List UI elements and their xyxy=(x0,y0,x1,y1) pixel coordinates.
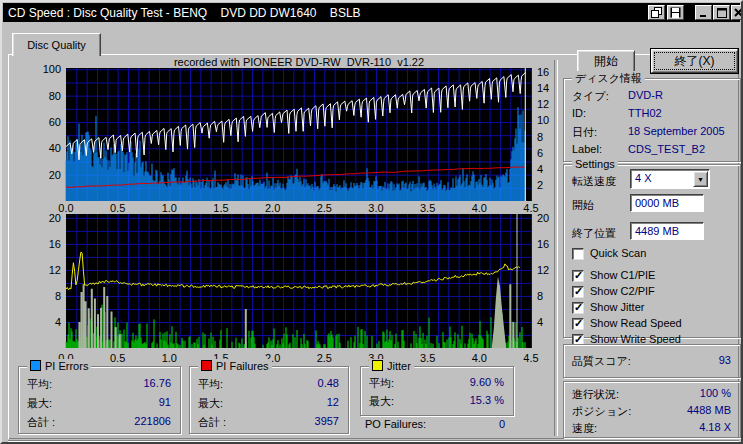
tab-disc-quality[interactable]: Disc Quality xyxy=(12,33,101,56)
pi-failures-avg-label: 平均: xyxy=(198,377,223,392)
progress-label: 進行状況: xyxy=(572,387,619,402)
disc-date-value: 18 September 2005 xyxy=(628,125,725,137)
y-tick-label-right: 12 xyxy=(537,98,549,110)
po-failures-label: PO Failures: xyxy=(365,418,426,430)
x-tick-label: 3.5 xyxy=(420,352,435,364)
disc-type-label: タイプ: xyxy=(572,89,609,104)
y-tick-label-right: 4 xyxy=(537,163,543,175)
y-tick-label-left: 4 xyxy=(55,316,61,328)
pi-errors-total-label: 合計 : xyxy=(27,415,55,430)
y-tick-label-left: 16 xyxy=(49,238,61,250)
y-tick-label-left: 60 xyxy=(49,116,61,128)
pi-errors-total-value: 221806 xyxy=(134,415,171,427)
tab-label: Disc Quality xyxy=(27,39,86,51)
end-pos-field[interactable]: 4489 MB xyxy=(630,222,704,240)
copy-icon[interactable] xyxy=(648,5,665,20)
progress-group: 進行状況: 100 % ポジション: 4488 MB 速度: 4.18 X xyxy=(563,381,741,438)
y-tick-label-left: 20 xyxy=(49,169,61,181)
exit-button[interactable]: 終了(X) xyxy=(650,48,739,74)
quality-score-group: 品質スコア: 93 xyxy=(563,344,741,378)
po-failures-row: PO Failures: 0 xyxy=(365,418,505,430)
pi-failures-legend: PI Failures xyxy=(198,359,272,373)
y-tick-label-right: 2 xyxy=(537,179,543,191)
y-tick-label-right: 12 xyxy=(537,264,549,276)
start-pos-label: 開始 xyxy=(572,198,594,213)
close-icon[interactable] xyxy=(731,5,743,20)
speed-label: 速度: xyxy=(572,421,597,436)
jitter-avg-label: 平均: xyxy=(369,376,394,391)
quality-score-label: 品質スコア: xyxy=(572,354,631,369)
y-tick-label-right: 4 xyxy=(537,316,543,328)
chevron-down-icon[interactable]: ▼ xyxy=(693,171,708,187)
disc-label-value: CDS_TEST_B2 xyxy=(628,143,705,155)
checkbox-show-c1-pie[interactable]: ✓ Show C1/PIE xyxy=(572,269,732,283)
y-tick-label-left: 20 xyxy=(49,212,61,224)
checkbox-show-jitter[interactable]: ✓ Show Jitter xyxy=(572,301,732,315)
y-tick-label-right: 8 xyxy=(537,290,543,302)
pi-failures-avg-value: 0.48 xyxy=(318,377,339,389)
speed-value: 4.18 X xyxy=(699,421,731,433)
speed-select[interactable]: 4 X ▼ xyxy=(630,169,710,189)
pi-failures-total-label: 合計 : xyxy=(198,415,226,430)
checkbox-show-c2-pif[interactable]: ✓ Show C2/PIF xyxy=(572,285,732,299)
maximize-icon[interactable] xyxy=(713,5,730,20)
pi-errors-max-label: 最大: xyxy=(27,396,52,411)
start-pos-field[interactable]: 0000 MB xyxy=(630,194,704,212)
disc-quality-chart-bottom: 0.00.51.01.52.02.53.03.54.04.54812162048… xyxy=(32,208,550,368)
disc-id-value: TTH02 xyxy=(628,107,662,119)
jitter-color-swatch xyxy=(372,360,383,371)
y-tick-label-left: 80 xyxy=(49,90,61,102)
pi-errors-color-swatch xyxy=(30,360,41,371)
save-icon[interactable] xyxy=(667,5,684,20)
y-tick-label-right: 8 xyxy=(537,131,543,143)
progress-value: 100 % xyxy=(700,387,731,399)
checkbox-box[interactable]: ✓ xyxy=(572,286,584,298)
pi-failures-max-value: 12 xyxy=(327,396,339,408)
disc-info-title: ディスク情報 xyxy=(572,71,645,85)
y-tick-label-right: 10 xyxy=(537,114,549,126)
y-tick-label-left: 100 xyxy=(43,63,61,75)
start-button[interactable]: 開始 xyxy=(577,50,635,73)
jitter-legend: Jitter xyxy=(369,359,414,373)
settings-group: Settings 転送速度 4 X ▼ 開始 0000 MB 終了位置 4489… xyxy=(563,164,741,338)
position-label: ポジション: xyxy=(572,404,631,419)
pi-errors-avg-value: 16.76 xyxy=(143,377,171,389)
pi-errors-legend: PI Errors xyxy=(27,359,91,373)
jitter-max-label: 最大: xyxy=(369,394,394,409)
window-title: CD Speed : Disc Quality Test - BENQ DVD … xyxy=(8,6,361,20)
y-tick-label-right: 14 xyxy=(537,82,549,94)
y-tick-label-right: 16 xyxy=(537,238,549,250)
status-divider xyxy=(8,440,739,442)
checkbox-box[interactable]: ✓ xyxy=(572,248,584,260)
y-tick-label-left: 8 xyxy=(55,290,61,302)
pi-failures-max-label: 最大: xyxy=(198,396,223,411)
pi-errors-max-value: 91 xyxy=(159,396,171,408)
disc-label-label: Label: xyxy=(572,143,602,155)
x-tick-label: 2.5 xyxy=(317,352,332,364)
speed-select-label: 転送速度 xyxy=(572,174,616,189)
disc-id-label: ID: xyxy=(572,107,586,119)
minimize-icon[interactable] xyxy=(695,5,712,20)
app-window: CD Speed : Disc Quality Test - BENQ DVD … xyxy=(0,0,743,444)
po-failures-value: 0 xyxy=(499,418,505,430)
x-tick-label: 1.0 xyxy=(162,352,177,364)
x-tick-label: 4.5 xyxy=(523,352,538,364)
disc-quality-chart-top: 0.00.51.01.52.02.53.03.54.04.52040608010… xyxy=(32,62,550,217)
x-tick-label: 4.0 xyxy=(472,352,487,364)
checkbox-box[interactable]: ✓ xyxy=(572,302,584,314)
checkbox-box[interactable]: ✓ xyxy=(572,318,584,330)
position-value: 4488 MB xyxy=(687,404,731,416)
jitter-max-value: 15.3 % xyxy=(470,394,504,406)
checkbox-quick-scan[interactable]: ✓ Quick Scan xyxy=(572,247,732,261)
jitter-group: Jitter 平均: 9.60 % 最大: 15.3 % xyxy=(360,366,514,416)
y-tick-label-right: 16 xyxy=(537,66,549,78)
pi-errors-group: PI Errors 平均: 16.76 最大: 91 合計 : 221806 xyxy=(18,366,181,434)
x-tick-label: 0.5 xyxy=(110,352,125,364)
panel-divider xyxy=(554,60,558,436)
end-pos-label: 終了位置 xyxy=(572,226,616,241)
y-tick-label-left: 40 xyxy=(49,142,61,154)
checkbox-box[interactable]: ✓ xyxy=(572,270,584,282)
checkbox-show-read-speed[interactable]: ✓ Show Read Speed xyxy=(572,317,732,331)
pi-failures-total-value: 3957 xyxy=(315,415,339,427)
settings-title: Settings xyxy=(572,157,618,171)
